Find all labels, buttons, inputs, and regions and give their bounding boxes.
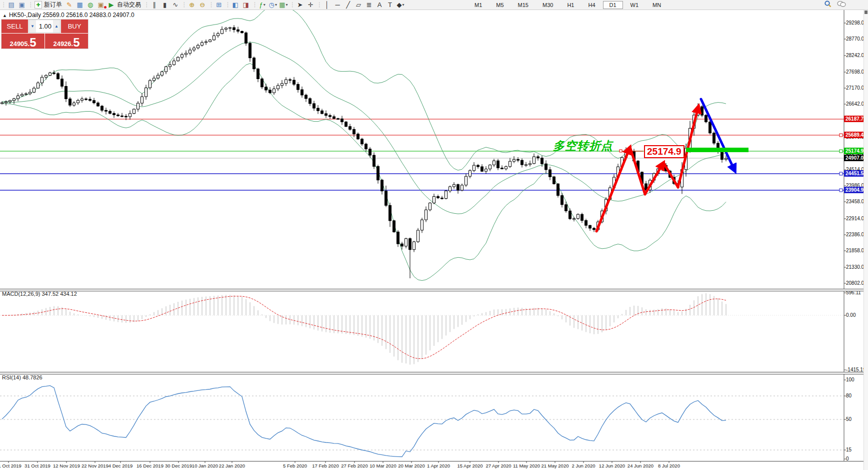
date-label: 16 Dec 2019 (136, 463, 164, 468)
metaeditor-icon[interactable]: ✎ (64, 1, 74, 9)
label-icon[interactable]: T (385, 1, 396, 9)
turning-point-annotation[interactable]: 多空转折点 (553, 138, 613, 154)
toolbar-grip: ┆ (29, 2, 32, 8)
chart-header: ▲HK50-,Daily 25569.0 25616.0 24883.0 249… (2, 12, 134, 19)
price-tag-annotation[interactable]: 25174.9 (644, 145, 684, 158)
chat-icon[interactable] (837, 0, 846, 10)
date-label: 10 Jan 2020 (192, 463, 218, 468)
chart-canvas[interactable] (0, 0, 868, 470)
periods-icon[interactable]: ◷▾ (268, 1, 278, 9)
rsi-pane-separator[interactable] (0, 372, 868, 374)
buy-button[interactable]: BUY (60, 20, 88, 33)
zoom-out-icon[interactable]: ⊖ (197, 1, 208, 9)
date-label: 1 Apr 2020 (427, 463, 450, 468)
timeframe-button-h4[interactable]: H4 (582, 1, 602, 9)
date-label: 4 Dec 2019 (108, 463, 133, 468)
new-order-label[interactable]: 新订单 (44, 1, 64, 9)
cursor-icon[interactable]: ➤ (295, 1, 306, 9)
date-axis-separator (0, 461, 868, 461)
scrollbar-button[interactable] (864, 11, 868, 14)
candles (1, 25, 728, 278)
market-watch-icon[interactable]: ▤ (6, 1, 16, 9)
hline-icon[interactable]: ─ (332, 1, 343, 9)
zoom-in-icon[interactable]: ⊕ (186, 1, 197, 9)
date-label: 22 Jan 2020 (219, 463, 245, 468)
toolbar-grip: ┆ (226, 2, 229, 8)
red-zigzag-arrow (664, 163, 678, 187)
date-label: 8 Jul 2020 (658, 463, 680, 468)
tile-windows-icon[interactable]: ⊞ (214, 1, 224, 9)
volume-input[interactable]: 1.00 (36, 20, 53, 33)
red-zigzag-arrow (596, 147, 630, 231)
toolbar-grip: ┆ (291, 2, 294, 8)
axis-tick-marks (8, 23, 846, 463)
timeframe-button-m1[interactable]: M1 (468, 1, 488, 9)
macd-indicator-label: MACD(12,26,9) 347.52 434.12 (2, 291, 77, 297)
horizontal-level-lines (0, 119, 844, 450)
channel-icon[interactable]: ▱ (354, 1, 364, 9)
data-window-icon[interactable]: ▣ (16, 1, 27, 9)
one-click-trading-panel: SELL ▼ 1.00 ▲ BUY 24905.5 24926.5 (2, 20, 88, 49)
new-order-icon[interactable]: ✚ (33, 1, 44, 9)
date-label: 30 Dec 2019 (165, 463, 192, 468)
trendline-icon[interactable]: ╱ (343, 1, 354, 9)
volume-down-button[interactable]: ▼ (29, 20, 36, 33)
date-label: 10 Mar 2020 (370, 463, 396, 468)
toolbar-grip: ┆ (318, 2, 321, 8)
timeframe-button-mn[interactable]: MN (646, 1, 668, 9)
date-label: 24 Jun 2020 (628, 463, 654, 468)
market-icon[interactable]: ▣ (96, 1, 106, 9)
terminal-icon[interactable]: ▦ (74, 1, 85, 9)
symbol-ohlc-text: HK50-,Daily 25569.0 25616.0 24883.0 2490… (9, 12, 134, 19)
candlestick-icon[interactable]: ▮ (160, 1, 170, 9)
date-label: 12 Jun 2020 (599, 463, 625, 468)
collapse-icon[interactable]: ▲ (2, 13, 7, 18)
templates-icon[interactable]: ▦▾ (278, 1, 288, 9)
line-chart-icon[interactable]: ∿ (170, 1, 180, 9)
timeframe-button-w1[interactable]: W1 (624, 1, 646, 9)
date-label: 15 Apr 2020 (457, 463, 482, 468)
date-label: 11 May 2020 (513, 463, 540, 468)
signals-icon[interactable]: ◍ (85, 1, 96, 9)
toolbar-grip: ┆ (2, 2, 5, 8)
indicators-icon[interactable]: ƒ▾ (257, 1, 268, 9)
red-zigzag-arrow (630, 147, 645, 194)
fibonacci-icon[interactable]: ≣ (364, 1, 374, 9)
timeframe-button-h1[interactable]: H1 (560, 1, 580, 9)
vertical-scrollbar[interactable] (864, 10, 868, 470)
text-icon[interactable]: A (374, 1, 385, 9)
bollinger-bands (2, 5, 726, 280)
cascade-windows-icon[interactable]: ◨ (240, 1, 251, 9)
volume-up-button[interactable]: ▲ (53, 20, 60, 33)
macd-pane-separator[interactable] (0, 289, 868, 291)
arrange-windows-icon[interactable]: ◧ (230, 1, 240, 9)
timeframe-button-m30[interactable]: M30 (536, 1, 560, 9)
date-label: 5 Feb 2020 (283, 463, 307, 468)
timeframe-button-d1[interactable]: D1 (603, 1, 623, 9)
autotrade-label[interactable]: 自动交易 (116, 1, 143, 9)
rsi-pane (2, 385, 726, 456)
toolbar-grip: ┆ (210, 2, 212, 8)
sell-price[interactable]: 24905.5 (2, 34, 45, 49)
search-icon[interactable] (824, 0, 832, 10)
autotrade-icon[interactable]: ▶ (106, 1, 116, 9)
timeframe-button-m5[interactable]: M5 (490, 1, 510, 9)
toolbar-grip: ┆ (145, 2, 148, 8)
bar-chart-icon[interactable]: ∥ (149, 1, 160, 9)
sell-button[interactable]: SELL (2, 20, 28, 33)
toolbar-grip: ┆ (253, 2, 256, 8)
date-label: 31 Oct 2019 (24, 463, 50, 468)
date-label: 20 Mar 2020 (398, 463, 424, 468)
volume-stepper: ▼ 1.00 ▲ (28, 20, 60, 33)
arrows-icon[interactable]: ◆▾ (396, 1, 406, 9)
green-support-bar (686, 148, 748, 152)
date-label: 12 Nov 2019 (53, 463, 80, 468)
timeframe-button-m15[interactable]: M15 (512, 1, 535, 9)
toolbar: ┆▤▣┆✚新订单✎▦◍▣▶自动交易┆∥▮∿┆⊕⊖┆⊞┆◧◨┆ƒ▾◷▾▦▾┆➤✛┆… (0, 0, 868, 10)
rsi-indicator-label: RSI(14) 48.7826 (2, 374, 42, 380)
vline-icon[interactable]: │ (322, 1, 332, 9)
date-label: 21 Oct 2019 (0, 463, 22, 468)
crosshair-icon[interactable]: ✛ (306, 1, 316, 9)
buy-price[interactable]: 24926.5 (45, 34, 88, 49)
timeframe-bar: M1M5M15M30H1H4D1W1MN (468, 0, 668, 10)
